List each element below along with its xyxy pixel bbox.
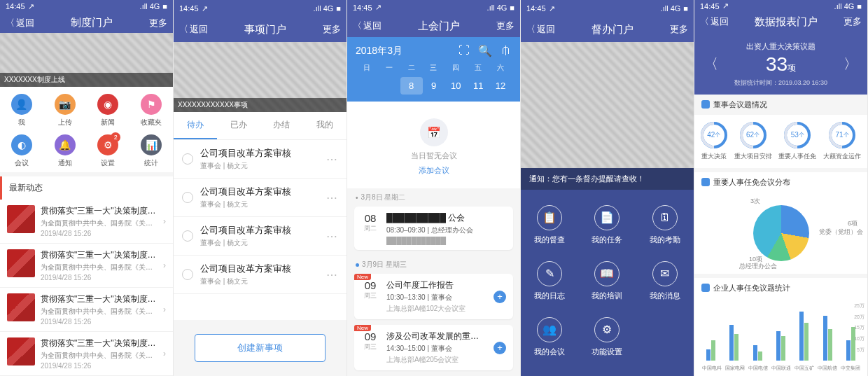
shortcut-设置[interactable]: ⚙2设置 bbox=[87, 134, 130, 168]
calendar-day[interactable]: 9 bbox=[423, 77, 445, 95]
back-button[interactable]: 〈返回 bbox=[6, 17, 34, 29]
chevron-left-icon[interactable]: 〈 bbox=[700, 55, 722, 74]
shortcut-grid: 👤我📷上传◉新闻⚑收藏夹◐会议🔔通知⚙2设置📊统计 bbox=[0, 87, 173, 172]
back-button[interactable]: 〈返回 bbox=[700, 15, 729, 28]
calendar-day[interactable] bbox=[378, 77, 400, 95]
weekday-row: 日一二三四五六 bbox=[356, 63, 512, 77]
supervision-grid: 📋我的督查📄我的任务🗓我的考勤✎我的日志📖我的培训✉我的消息👥我的会议⚙功能设置 bbox=[521, 190, 694, 376]
hero-banner[interactable]: XXXXXXX制度上线 bbox=[0, 33, 173, 88]
tab-已办[interactable]: 已办 bbox=[217, 112, 260, 139]
meeting-card[interactable]: 08周二 ██████████ 公会08:30–09:30 | 总经理办公会██… bbox=[354, 207, 513, 250]
shortcut-我[interactable]: 👤我 bbox=[0, 94, 43, 127]
meeting-card[interactable]: New 09周三 公司年度工作报告10:30–13:30 | 董事会上海总部A幢… bbox=[354, 274, 513, 319]
menu-功能设置[interactable]: ⚙功能设置 bbox=[592, 317, 622, 357]
calendar-day[interactable]: 12 bbox=[489, 77, 512, 95]
news-thumb bbox=[7, 205, 35, 233]
day-row: 89101112 bbox=[356, 77, 512, 102]
calendar-day[interactable] bbox=[356, 77, 378, 95]
calendar-day[interactable]: 8 bbox=[400, 77, 423, 95]
nav-bar: 〈返回 制度门户 更多 bbox=[0, 13, 173, 33]
create-matter-button[interactable]: 创建新事项 bbox=[195, 334, 326, 362]
menu-我的消息[interactable]: ✉我的消息 bbox=[650, 261, 680, 301]
filter-icon[interactable]: ⫛ bbox=[500, 44, 512, 57]
status-bar: 14:45↗ .ıll 4G■ bbox=[0, 0, 173, 13]
hero-banner[interactable]: XXXXXXXXXXXX事项 bbox=[174, 42, 346, 112]
shortcut-通知[interactable]: 🔔通知 bbox=[43, 134, 87, 168]
back-button[interactable]: 〈返回 bbox=[526, 23, 555, 36]
gauge-重要人事任免[interactable]: 53个重要人事任免 bbox=[778, 122, 816, 161]
add-meeting-link[interactable]: 添加会议 bbox=[419, 165, 449, 176]
pie-chart: 3次6项党委（党组）会10项总经理办公会 bbox=[694, 193, 867, 274]
add-icon[interactable]: + bbox=[493, 342, 506, 354]
news-item[interactable]: 贯彻落实"三重一大"决策制度…为全面贯彻中共中央、国务院《关于进…2019/4/… bbox=[0, 288, 173, 332]
back-button[interactable]: 〈返回 bbox=[179, 23, 208, 36]
chevron-right-icon: › bbox=[163, 349, 166, 358]
gauge-重大决策[interactable]: 42个重大决策 bbox=[701, 122, 727, 161]
search-icon[interactable]: 🔍 bbox=[478, 44, 492, 57]
task-list: 公司项目改革方案审核董事会 | 杨文元⋯公司项目改革方案审核董事会 | 杨文元⋯… bbox=[174, 140, 346, 320]
radio-icon[interactable] bbox=[182, 153, 193, 165]
meeting-card[interactable]: New 09周三 涉及公司改革发展的重要管理…14:30–15:00 | 董事会… bbox=[354, 325, 513, 370]
more-icon[interactable]: ⋯ bbox=[326, 268, 338, 281]
tab-我的[interactable]: 我的 bbox=[303, 112, 346, 139]
shortcut-统计[interactable]: 📊统计 bbox=[130, 134, 173, 168]
tab-待办[interactable]: 待办 bbox=[174, 112, 217, 139]
new-badge: New bbox=[354, 325, 371, 331]
calendar-header: 2018年3月 ⛶ 🔍 ⫛ 日一二三四五六 89101112 bbox=[347, 37, 520, 102]
calendar-empty-icon: 📅 bbox=[420, 118, 448, 146]
chevron-right-icon: › bbox=[163, 260, 166, 270]
shortcut-上传[interactable]: 📷上传 bbox=[43, 94, 87, 127]
more-button[interactable]: 更多 bbox=[496, 20, 514, 32]
notice-bar[interactable]: 通知：您有一条督办提醒请查收！ bbox=[521, 168, 694, 190]
menu-我的会议[interactable]: 👥我的会议 bbox=[534, 317, 565, 357]
date-separator: •3月8日 星期二 bbox=[347, 188, 520, 207]
gauge-大额资金运作[interactable]: 71个大额资金运作 bbox=[823, 122, 861, 161]
report-hero: 〈 出资人重大决策议题 33项 数据统计时间：2019.03.20 16:30 … bbox=[694, 32, 867, 95]
news-item[interactable]: 贯彻落实"三重一大"决策制度…为全面贯彻中共中央、国务院《关于进…2019/4/… bbox=[0, 200, 173, 244]
add-icon[interactable]: + bbox=[493, 291, 506, 303]
back-button[interactable]: 〈返回 bbox=[353, 20, 382, 32]
page-title: 上会门户 bbox=[418, 20, 460, 33]
more-button[interactable]: 更多 bbox=[844, 15, 862, 28]
screen-supervision-portal: 14:45↗.ıll 4G■ 〈返回 督办门户 更多 通知：您有一条督办提醒请查… bbox=[521, 0, 694, 376]
tab-办结[interactable]: 办结 bbox=[260, 112, 304, 139]
shortcut-收藏夹[interactable]: ⚑收藏夹 bbox=[130, 94, 173, 127]
calendar-day[interactable]: 11 bbox=[467, 77, 489, 95]
task-item[interactable]: 公司项目改革方案审核董事会 | 杨文元⋯ bbox=[174, 140, 346, 179]
news-item[interactable]: 贯彻落实"三重一大"决策制度…为全面贯彻中共中央、国务院《关于进…2019/4/… bbox=[0, 244, 173, 288]
more-button[interactable]: 更多 bbox=[670, 23, 688, 36]
radio-icon[interactable] bbox=[182, 269, 193, 280]
menu-icon: 📄 bbox=[594, 205, 620, 230]
menu-我的考勤[interactable]: 🗓我的考勤 bbox=[650, 205, 680, 245]
shortcut-icon: ⚑ bbox=[141, 94, 162, 115]
chevron-right-icon[interactable]: 〉 bbox=[839, 55, 862, 74]
radio-icon[interactable] bbox=[182, 192, 193, 203]
screen-matters-portal: 14:45↗.ıll 4G■ 〈返回 事项门户 更多 XXXXXXXXXXXX事… bbox=[174, 0, 347, 376]
shortcut-会议[interactable]: ◐会议 bbox=[0, 134, 43, 168]
calendar-month[interactable]: 2018年3月 bbox=[356, 45, 402, 57]
task-item[interactable]: 公司项目改革方案审核董事会 | 杨文元⋯ bbox=[174, 179, 346, 217]
more-icon[interactable]: ⋯ bbox=[326, 153, 338, 166]
scan-icon[interactable]: ⛶ bbox=[458, 44, 470, 57]
menu-我的督查[interactable]: 📋我的督查 bbox=[534, 205, 565, 245]
news-item[interactable]: 贯彻落实"三重一大"决策制度…为全面贯彻中共中央、国务院《关于进…2019/4/… bbox=[0, 332, 173, 376]
more-button[interactable]: 更多 bbox=[149, 17, 167, 29]
more-icon[interactable]: ⋯ bbox=[326, 191, 338, 204]
more-icon[interactable]: ⋯ bbox=[326, 230, 338, 243]
menu-我的培训[interactable]: 📖我的培训 bbox=[592, 261, 622, 301]
calendar-day[interactable]: 10 bbox=[444, 77, 467, 95]
radio-icon[interactable] bbox=[182, 230, 193, 242]
news-list: 贯彻落实"三重一大"决策制度…为全面贯彻中共中央、国务院《关于进…2019/4/… bbox=[0, 200, 173, 376]
section-header: 董事会议题情况 bbox=[694, 95, 867, 115]
task-item[interactable]: 公司项目改革方案审核董事会 | 杨文元⋯ bbox=[174, 217, 346, 256]
menu-我的任务[interactable]: 📄我的任务 bbox=[592, 205, 622, 245]
menu-icon: 📖 bbox=[594, 261, 620, 286]
task-item[interactable]: 公司项目改革方案审核董事会 | 杨文元⋯ bbox=[174, 256, 346, 294]
shortcut-icon: 🔔 bbox=[55, 134, 76, 155]
shortcut-新闻[interactable]: ◉新闻 bbox=[87, 94, 130, 127]
menu-我的日志[interactable]: ✎我的日志 bbox=[534, 261, 565, 301]
gauge-重大项目安排[interactable]: 62个重大项目安排 bbox=[734, 122, 772, 161]
shortcut-icon: ◐ bbox=[11, 134, 32, 155]
news-thumb bbox=[7, 249, 35, 277]
more-button[interactable]: 更多 bbox=[323, 23, 341, 36]
